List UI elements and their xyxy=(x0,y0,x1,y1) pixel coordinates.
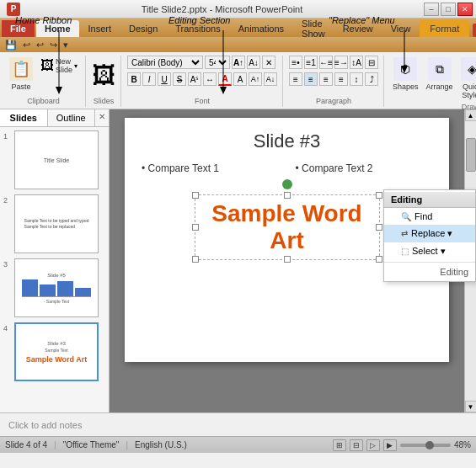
handle-ml[interactable] xyxy=(192,224,199,231)
handle-mr[interactable] xyxy=(376,224,382,231)
panel-close-button[interactable]: ✕ xyxy=(95,109,109,123)
status-right: ⊞ ⊟ ▷ ▶ 48% xyxy=(333,439,471,451)
handle-tm[interactable] xyxy=(284,192,291,199)
wordart-container[interactable]: Sample Word Art xyxy=(195,194,380,260)
slide-preview-1[interactable]: Title Slide xyxy=(14,130,99,189)
qa-undo2[interactable]: ↩ xyxy=(35,40,45,51)
qa-save[interactable]: 💾 xyxy=(3,40,19,51)
font-size-down-small[interactable]: A↓ xyxy=(264,72,277,86)
slide-num-1: 1 xyxy=(3,132,12,141)
scroll-down-button[interactable]: ▼ xyxy=(465,401,477,412)
font-name-row: Calibri (Body) 54 A↑ A↓ ✕ xyxy=(127,56,277,69)
slide-preview-4[interactable]: Slide #3 Sample Text Sample Word Art xyxy=(14,322,99,381)
maximize-button[interactable]: □ xyxy=(441,3,456,16)
zoom-thumb[interactable] xyxy=(425,441,434,449)
slideshow-button[interactable]: ▶ xyxy=(383,439,397,451)
replace-menu-item[interactable]: ⇄ Replace ▾ xyxy=(384,225,475,242)
slide-count: Slide 4 of 4 xyxy=(5,440,47,449)
language: English (U.S.) xyxy=(135,440,187,449)
quick-styles-button[interactable]: ◈ QuickStyles xyxy=(458,56,476,101)
scroll-up-button[interactable]: ▲ xyxy=(465,109,477,121)
align-right[interactable]: ≡ xyxy=(319,72,333,86)
tab-outline[interactable]: Outline xyxy=(48,109,96,126)
justify[interactable]: ≡ xyxy=(334,72,348,86)
bold-button[interactable]: B xyxy=(127,72,141,86)
left-panel: Slides Outline ✕ 1 Title Slide 2 xyxy=(0,109,110,412)
select-menu-item[interactable]: ⬚ Select ▾ xyxy=(384,242,475,260)
handle-br[interactable] xyxy=(376,256,382,263)
handle-tl[interactable] xyxy=(192,192,199,199)
strikethrough-button[interactable]: S xyxy=(173,72,186,86)
convert-smartart[interactable]: ⤴ xyxy=(365,72,378,86)
slide3-chart xyxy=(22,279,92,296)
close-button[interactable]: ✕ xyxy=(457,3,473,16)
slide-sorter-button[interactable]: ⊟ xyxy=(350,439,363,451)
qa-more[interactable]: ▾ xyxy=(62,40,70,51)
find-menu-item[interactable]: 🔍 Find xyxy=(384,208,475,225)
shadow-button[interactable]: Aˢ xyxy=(188,72,201,86)
minimize-button[interactable]: – xyxy=(424,3,439,16)
slide-preview-3[interactable]: Slide #5 - Sample Text xyxy=(14,258,99,317)
indent-increase[interactable]: ≡→ xyxy=(334,56,348,69)
quick-styles-label: QuickStyles xyxy=(462,82,476,99)
qa-redo[interactable]: ↪ xyxy=(48,40,59,51)
font-color-button[interactable]: A xyxy=(218,72,232,86)
numbering-button[interactable]: ≡1 xyxy=(304,56,318,69)
chart-axis xyxy=(22,296,92,297)
font-increase-button[interactable]: A↑ xyxy=(232,56,245,69)
new-slide-button[interactable]: 🖼 NewSlide ▾ xyxy=(38,56,80,76)
handle-bm[interactable] xyxy=(284,256,291,263)
font-clear-button[interactable]: ✕ xyxy=(262,56,275,69)
arrange-button[interactable]: ⧉ Arrange xyxy=(424,56,456,93)
tab-insert[interactable]: Insert xyxy=(80,20,120,37)
underline-button[interactable]: U xyxy=(158,72,171,86)
status-bar: Slide 4 of 4 | "Office Theme" | English … xyxy=(0,436,476,453)
tab-slides[interactable]: Slides xyxy=(0,109,48,126)
slide-preview-2[interactable]: Sample Text to be typed and typedSample … xyxy=(14,194,99,253)
font-decrease-button[interactable]: A↓ xyxy=(247,56,260,69)
notes-area[interactable]: Click to add notes xyxy=(0,412,476,436)
tab-file[interactable]: File xyxy=(2,20,35,37)
shapes-button[interactable]: ⬡ Shapes xyxy=(390,56,421,93)
slide-title: Slide #3 xyxy=(142,130,432,152)
tab-format[interactable]: Format xyxy=(420,20,469,37)
bullets-button[interactable]: ≡• xyxy=(289,56,302,69)
tab-review[interactable]: Review xyxy=(334,20,382,37)
paste-button[interactable]: 📋 Paste xyxy=(7,56,35,93)
align-left[interactable]: ≡ xyxy=(289,72,302,86)
char-spacing-button[interactable]: ↔ xyxy=(203,72,217,86)
text-direction[interactable]: ↕A xyxy=(350,56,363,69)
wordart-top-handle[interactable] xyxy=(282,179,292,189)
scroll-thumb[interactable] xyxy=(466,138,476,172)
italic-button[interactable]: I xyxy=(142,72,156,86)
tab-view[interactable]: View xyxy=(382,20,420,37)
normal-view-button[interactable]: ⊞ xyxy=(333,439,346,451)
tab-animations[interactable]: Animations xyxy=(230,20,292,37)
slide-preview-content-3: Slide #5 - Sample Text xyxy=(15,259,98,316)
qa-undo[interactable]: ↩ xyxy=(21,40,32,51)
tab-transitions[interactable]: Transitions xyxy=(167,20,228,37)
paste-icon: 📋 xyxy=(9,57,33,81)
app-icon-small[interactable]: ? xyxy=(473,24,476,37)
para-row1: ≡• ≡1 ←≡ ≡→ ↕A ⊟ xyxy=(289,56,378,69)
status-sep2: | xyxy=(126,440,128,449)
align-center[interactable]: ≡ xyxy=(304,72,318,86)
slides-icon[interactable]: 🖼 xyxy=(92,61,115,89)
font-size-select[interactable]: 54 xyxy=(205,56,230,69)
tab-home[interactable]: Home xyxy=(36,20,79,37)
reading-view-button[interactable]: ▷ xyxy=(366,439,380,451)
text-highlight-button[interactable]: A xyxy=(233,72,247,86)
handle-bl[interactable] xyxy=(192,256,199,263)
slides-panel[interactable]: 1 Title Slide 2 Sample Text to be typed … xyxy=(0,127,109,412)
font-name-select[interactable]: Calibri (Body) xyxy=(127,56,203,69)
tab-slideshow[interactable]: Slide Show xyxy=(293,20,334,37)
tab-design[interactable]: Design xyxy=(120,20,166,37)
font-size-up-small[interactable]: A↑ xyxy=(249,72,262,86)
columns[interactable]: ⊟ xyxy=(365,56,378,69)
indent-decrease[interactable]: ←≡ xyxy=(319,56,333,69)
slide-num-3: 3 xyxy=(3,260,12,269)
zoom-slider[interactable] xyxy=(400,444,451,447)
line-spacing[interactable]: ↕ xyxy=(350,72,363,86)
handle-tr[interactable] xyxy=(376,192,382,199)
slide-preview-content-4: Slide #3 Sample Text Sample Word Art xyxy=(16,324,97,380)
